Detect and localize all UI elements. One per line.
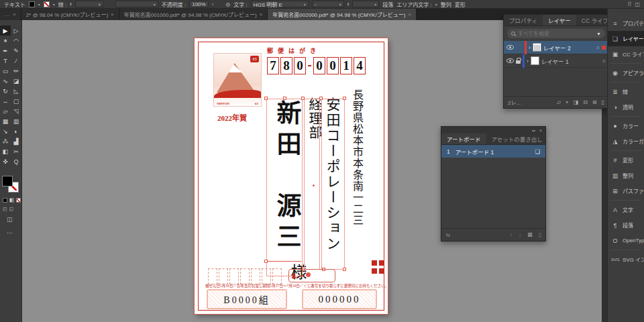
font-size-field[interactable]: ▾: [352, 1, 379, 7]
dock-item-pathfinder[interactable]: ⊞パスファイ: [608, 183, 644, 199]
fill-caret-icon[interactable]: ▾: [38, 2, 40, 7]
panel-dock-icon[interactable]: ◫: [635, 1, 640, 7]
selection-handle[interactable]: [283, 97, 286, 100]
pen-tool[interactable]: ✒: [0, 46, 11, 56]
dock-item-svg-interactivity[interactable]: SVGSVG イン: [608, 252, 644, 267]
dock-item-character[interactable]: A文字: [608, 202, 644, 217]
recipient-department[interactable]: 経理部: [305, 97, 325, 178]
dock-item-layers[interactable]: ❏レイヤー: [608, 31, 644, 46]
eraser-tool[interactable]: ◪: [11, 76, 21, 86]
type-tool[interactable]: T: [0, 56, 11, 66]
visibility-eye-icon[interactable]: [506, 45, 514, 50]
dock-item-transform[interactable]: #変形: [608, 152, 644, 168]
paintbrush-tool[interactable]: ✏: [11, 66, 21, 76]
dock-item-stroke[interactable]: ≣線: [608, 84, 644, 99]
dock-item-color[interactable]: ●カラー: [608, 118, 644, 133]
gradient-tool[interactable]: ▥: [11, 116, 21, 126]
gradient-button[interactable]: [9, 198, 14, 203]
target-circle-icon[interactable]: ○: [602, 58, 606, 64]
locate-object-icon[interactable]: ⌖: [566, 99, 569, 106]
dock-item-transparency[interactable]: ◑透明: [608, 99, 644, 115]
column-graph-tool[interactable]: ▟: [11, 136, 21, 146]
eyedropper-tool[interactable]: ↘: [0, 126, 11, 136]
panel-dots-icon[interactable]: ••: [532, 128, 535, 133]
recipient-address[interactable]: 長野県松本市本条南一二三: [349, 89, 365, 237]
new-layer-icon[interactable]: ⊞: [592, 99, 597, 106]
fill-swatch[interactable]: [2, 176, 13, 186]
width-tool[interactable]: ↔: [0, 96, 11, 106]
dock-item-align[interactable]: ▥整列: [608, 168, 644, 183]
new-artboard-icon[interactable]: ⊞: [527, 231, 532, 238]
paragraph-link[interactable]: 段落: [382, 1, 393, 8]
move-up-icon[interactable]: ↑: [510, 231, 513, 238]
search-input[interactable]: [518, 31, 585, 37]
selection-handle[interactable]: [343, 268, 346, 271]
document-tab-1[interactable]: 2* @ 98.04 % (CMYK/プレビュー) ×: [21, 9, 119, 20]
free-transform-tool[interactable]: ▢: [11, 96, 21, 106]
delete-layer-icon[interactable]: ▯: [602, 99, 604, 106]
tab-close-icon[interactable]: ×: [408, 11, 411, 17]
drawing-modes[interactable]: ◰◱: [3, 207, 13, 212]
stroke-weight-field[interactable]: ▾: [75, 1, 103, 7]
move-down-icon[interactable]: ↓: [519, 231, 521, 238]
symbol-sprayer-tool[interactable]: ⁂: [0, 136, 11, 146]
dock-item-paragraph[interactable]: ¶段落: [608, 217, 644, 233]
dock-item-opentype[interactable]: OOpenTyp: [608, 233, 644, 248]
area-type-caret-icon[interactable]: ▾: [435, 2, 437, 7]
delete-artboard-icon[interactable]: ▯: [538, 231, 541, 238]
dock-item-color-guide[interactable]: ◮カラーガイ: [608, 133, 644, 149]
document-tab-2[interactable]: 年賀宛名面001000.pdf* @ 94.98 % (CMYK/プレビュー) …: [119, 9, 268, 20]
artboard-page-icon[interactable]: ❏: [535, 148, 540, 155]
tab-artboards[interactable]: アートボード: [441, 133, 486, 144]
color-button[interactable]: [3, 198, 7, 203]
none-button[interactable]: [16, 198, 21, 203]
variable-width-profile-select[interactable]: ▾: [115, 1, 158, 7]
zoom-tool[interactable]: Q: [11, 156, 21, 166]
stroke-color-swatch[interactable]: [44, 1, 50, 7]
selection-handle[interactable]: [264, 260, 268, 263]
tab-close-icon[interactable]: ×: [260, 11, 263, 17]
blend-tool[interactable]: ◐: [11, 126, 21, 136]
tab-layers[interactable]: レイヤー: [543, 15, 576, 25]
selection-tool[interactable]: ▶: [0, 25, 11, 36]
panel-menu-icon[interactable]: ≡: [548, 136, 551, 142]
postcard-artboard[interactable]: 郵便はがき 7 8 0 0 0 1 4 63 NIPPON 63: [195, 38, 388, 314]
mesh-tool[interactable]: ▦: [0, 116, 11, 126]
shaper-tool[interactable]: ∿: [0, 76, 11, 86]
clipping-mask-icon[interactable]: ◨: [574, 99, 579, 106]
curvature-tool[interactable]: ✎: [11, 46, 21, 56]
area-type-label[interactable]: エリア内文字 :: [396, 1, 431, 8]
workspace-grid-icon[interactable]: ⠿: [628, 1, 632, 7]
font-style-select[interactable]: -▾: [312, 1, 344, 7]
align-link[interactable]: 整列: [441, 1, 451, 8]
line-segment-tool[interactable]: ∕: [11, 56, 21, 66]
recipient-name[interactable]: 新田 源三: [268, 100, 305, 274]
shape-builder-tool[interactable]: ▱: [0, 106, 11, 116]
recolor-artwork-icon[interactable]: ◍: [225, 1, 230, 7]
document-tab-0[interactable]: … ×: [0, 9, 21, 20]
scale-tool[interactable]: ◺: [11, 86, 21, 96]
collect-for-export-icon[interactable]: ▱: [557, 99, 561, 106]
toolbar-more-icon[interactable]: ⋯: [7, 229, 13, 236]
selection-handle[interactable]: [264, 97, 268, 100]
recipient-company[interactable]: 安田コーポレーション: [322, 97, 342, 262]
artboard-row-1[interactable]: 1 アートボード 1 ❏: [441, 145, 545, 158]
layer-row-2[interactable]: › レイヤー 2 ○: [504, 41, 608, 54]
hand-tool[interactable]: ✜: [0, 156, 11, 166]
transform-link[interactable]: 変形: [455, 1, 466, 8]
lock-icon[interactable]: [516, 60, 521, 64]
selection-handle[interactable]: [301, 97, 305, 100]
opacity-field[interactable]: 100%: [189, 1, 208, 7]
layers-search[interactable]: ▼: [507, 29, 605, 38]
artboard-name[interactable]: アートボード 1: [455, 148, 494, 156]
font-family-select[interactable]: HGS 明朝 E▾: [251, 1, 309, 7]
document-tab-3-active[interactable]: 年賀宛名面002000.pdf* @ 94.98 % (CMYK/プレビュー) …: [268, 9, 417, 20]
rectangle-tool[interactable]: ▭: [0, 66, 11, 76]
dock-item-appearance[interactable]: ◉アピアラン: [608, 65, 644, 80]
direct-selection-tool[interactable]: ▷: [11, 25, 21, 36]
dock-item-properties[interactable]: ≡プロパティ: [608, 15, 644, 31]
dock-item-cc-libraries[interactable]: ▣CC ライブ: [608, 46, 644, 62]
tab-close-icon[interactable]: ×: [13, 11, 16, 17]
layer-row-1[interactable]: › レイヤー 1 ○: [504, 54, 608, 68]
panel-close-icon[interactable]: ×: [539, 128, 542, 133]
